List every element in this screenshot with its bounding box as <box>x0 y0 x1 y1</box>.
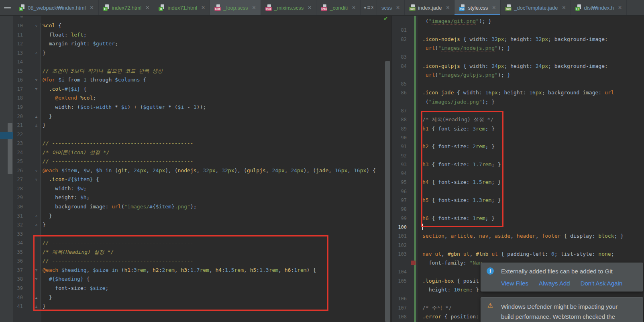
code-line[interactable]: nav ul, #gbn ul, #lnb ul { padding-left:… <box>422 250 614 259</box>
fold-icon[interactable]: ▿ <box>35 21 37 30</box>
hidden-tabs-dropdown[interactable]: ▾≡3 <box>361 0 377 15</box>
close-icon[interactable]: ✕ <box>396 5 400 10</box>
code-line[interactable]: } <box>43 112 52 121</box>
code-line[interactable]: ("images/jade.png"); } <box>422 98 495 106</box>
close-icon[interactable]: ✕ <box>352 5 356 10</box>
fold-icon[interactable]: ▿ <box>35 85 37 94</box>
code-line[interactable]: margin-right: $gutter; <box>43 39 118 48</box>
code-line[interactable]: } <box>43 49 46 57</box>
code-line[interactable]: } <box>43 220 46 229</box>
fold-icon[interactable]: ▿ <box>35 75 37 84</box>
line-number: 89 <box>389 124 407 133</box>
html-file-icon: H <box>19 4 25 11</box>
close-icon[interactable]: ✕ <box>201 5 205 10</box>
jade-file-icon: jade <box>505 4 512 11</box>
line-number: 39 <box>8 284 23 293</box>
line-number: 11 <box>8 31 23 39</box>
close-icon[interactable]: ✕ <box>562 5 566 10</box>
code-line[interactable]: @for $i from 1 through $columns { <box>43 75 146 84</box>
code-line[interactable]: height: 10rem; } <box>422 285 479 294</box>
tab-style-css[interactable]: cssstyle.css✕ <box>454 0 501 15</box>
notification-action-always-add[interactable]: Always Add <box>539 280 570 287</box>
line-number: 102 <box>389 241 407 250</box>
line-number: 17 <box>8 85 23 94</box>
code-line[interactable]: // -------------------------------------… <box>43 139 194 148</box>
code-line[interactable]: /* 아이콘(icon) 설정 */ <box>43 148 110 157</box>
tab--loop-scss[interactable]: SASS_loop.scss✕ <box>210 0 261 15</box>
hidden-tabs-count: 3 <box>371 6 373 10</box>
info-icon: i <box>487 267 494 275</box>
line-number: 30 <box>8 202 23 211</box>
fold-icon[interactable]: ▵ <box>35 121 37 130</box>
code-line[interactable]: } <box>43 212 52 220</box>
code-line[interactable]: .error { position: <box>422 312 479 321</box>
notification-action-view-files[interactable]: View Files <box>501 280 528 287</box>
fold-icon[interactable]: ▵ <box>35 49 37 57</box>
code-line[interactable]: .icon-#{$item} { <box>43 175 99 184</box>
code-line[interactable]: width: ($col-width * $i) + ($gutter * ($… <box>43 103 206 112</box>
fold-icon[interactable]: ▿ <box>35 166 37 175</box>
code-line[interactable]: float: left; <box>43 31 87 39</box>
code-line[interactable]: font-family: "Nan <box>422 259 482 267</box>
line-number: 26 <box>8 166 23 175</box>
tab-scss[interactable]: scss✕ <box>377 0 405 15</box>
notification-action-don-t-ask-again[interactable]: Don't Ask Again <box>581 280 623 287</box>
fold-icon[interactable]: ▿ <box>35 175 37 184</box>
line-number: 32 <box>8 220 23 229</box>
line-number: 94 <box>389 169 407 178</box>
code-line[interactable]: // -------------------------------------… <box>43 157 194 166</box>
line-number: 35 <box>8 248 23 257</box>
close-icon[interactable]: ✕ <box>145 5 149 10</box>
notification-line1: Windows Defender might be impacting your <box>501 302 618 312</box>
line-number: 86 <box>389 88 407 97</box>
code-line[interactable]: // 조건이 3보다 작거나 같으면 코드 반복 생성 <box>43 67 163 75</box>
code-line[interactable]: } <box>43 121 46 130</box>
tab-08-webpack-index-html[interactable]: H08_webpack₩index.html✕ <box>14 0 99 15</box>
tab-index71-html[interactable]: Hindex71.html✕ <box>154 0 210 15</box>
code-line[interactable]: .login-box { posit <box>422 277 479 285</box>
line-number: 31 <box>8 212 23 220</box>
line-number: 104 <box>389 267 407 276</box>
left-editor-scrollbar-thumb[interactable] <box>385 61 390 322</box>
code-line[interactable]: @each $item, $w, $h in (git, 24px, 24px)… <box>43 166 376 175</box>
code-line[interactable]: ("images/git.png"); } <box>422 17 491 26</box>
line-number: 90 <box>389 133 407 142</box>
code-line[interactable]: url("images/nodejs.png"); } <box>422 44 510 53</box>
code-line[interactable]: /* 주석 */ <box>422 304 452 312</box>
code-line[interactable]: url("images/gulpjs.png"); } <box>422 71 510 79</box>
close-icon[interactable]: ✕ <box>492 5 496 10</box>
line-number: 41 <box>8 302 23 311</box>
fold-icon[interactable]: ▵ <box>35 212 37 220</box>
close-icon[interactable]: ✕ <box>618 5 622 10</box>
line-number: 87 <box>389 106 407 115</box>
close-icon[interactable]: ✕ <box>90 5 94 10</box>
code-line[interactable]: .icon-jade { width: 16px; height: 16px; … <box>422 88 614 97</box>
close-icon[interactable]: ✕ <box>446 5 450 10</box>
fold-icon[interactable]: ▵ <box>35 112 37 121</box>
code-line[interactable]: section, article, nav, aside, header, fo… <box>422 232 624 240</box>
tab-index-jade[interactable]: jadeindex.jade✕ <box>405 0 454 15</box>
close-icon[interactable]: ✕ <box>252 5 256 10</box>
tab-dist-index-h[interactable]: Hdist₩index.h✕ <box>571 0 627 15</box>
code-line[interactable]: %col { <box>43 21 61 30</box>
code-line[interactable]: .icon-nodejs { width: 32px; height: 32px… <box>422 35 608 44</box>
tab--mixins-scss[interactable]: SASS_mixins.scss✕ <box>261 0 317 15</box>
code-line[interactable]: @extend %col; <box>43 94 96 102</box>
line-number: 10 <box>8 21 23 30</box>
code-line[interactable]: width: $w; <box>43 184 87 193</box>
tab--conditi[interactable]: SASS_conditi✕ <box>316 0 361 15</box>
tab-index72-html[interactable]: Hindex72.html✕ <box>99 0 155 15</box>
fold-icon[interactable]: ▵ <box>35 220 37 229</box>
tabbar-dash-icon[interactable] <box>0 0 14 15</box>
code-line[interactable]: .col-#{$i} { <box>43 85 87 94</box>
line-number: 18 <box>8 94 23 102</box>
tab--doctemplate-jade[interactable]: jade_docTemplate.jade✕ <box>501 0 571 15</box>
code-line[interactable]: .icon-gulpjs { width: 24px; height: 24px… <box>422 62 608 71</box>
code-line[interactable]: height: $h; <box>43 193 90 202</box>
jade-file-icon: jade <box>409 4 416 11</box>
line-number: 13 <box>8 49 23 57</box>
close-icon[interactable]: ✕ <box>308 5 312 10</box>
tab-label: _mixins.scss <box>274 5 304 11</box>
code-line[interactable]: background-image: url("images/#{$item}.p… <box>43 202 197 211</box>
line-number: 36 <box>8 257 23 265</box>
